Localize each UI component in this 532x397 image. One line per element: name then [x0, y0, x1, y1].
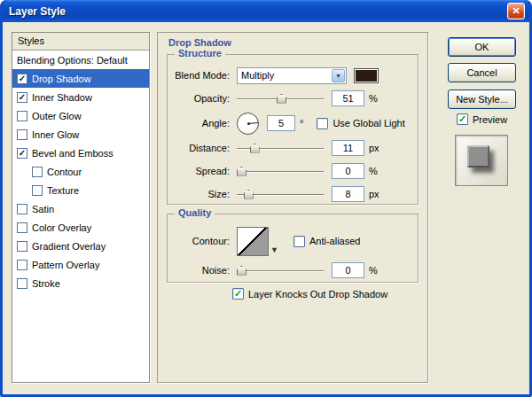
slider-thumb[interactable]: [237, 266, 246, 276]
contour-preview[interactable]: [237, 227, 269, 256]
style-enable-checkbox[interactable]: [17, 260, 27, 270]
style-label: Blending Options: Default: [17, 55, 128, 66]
chevron-down-icon[interactable]: ▼: [332, 69, 345, 82]
size-input[interactable]: 8: [332, 186, 364, 202]
window-title: Layer Style: [9, 5, 507, 18]
styles-list-item-satin[interactable]: Satin: [12, 199, 149, 218]
size-row: Size: 8 px: [173, 183, 412, 206]
style-enable-checkbox[interactable]: [17, 278, 27, 289]
spread-slider[interactable]: [237, 166, 324, 177]
slider-track[interactable]: [237, 270, 324, 272]
slider-thumb[interactable]: [237, 167, 246, 176]
noise-label: Noise:: [173, 265, 230, 276]
style-enable-checkbox[interactable]: ✓: [17, 92, 27, 103]
style-label: Stroke: [32, 278, 60, 289]
styles-list-item-stroke[interactable]: Stroke: [12, 274, 149, 292]
styles-list-item-blending-options-default[interactable]: Blending Options: Default: [12, 51, 149, 69]
slider-thumb[interactable]: [244, 190, 254, 199]
style-enable-checkbox[interactable]: [17, 222, 27, 233]
styles-list-item-bevel-and-emboss[interactable]: ✓Bevel and Emboss: [12, 144, 149, 162]
style-enable-checkbox[interactable]: ✓: [17, 148, 27, 159]
style-enable-checkbox[interactable]: [17, 241, 27, 252]
size-label: Size:: [173, 189, 230, 199]
preview-thumbnail: [455, 135, 508, 186]
angle-unit: °: [300, 118, 303, 128]
opacity-unit: %: [369, 93, 378, 104]
panel-title: Drop Shadow: [168, 37, 231, 48]
styles-list-item-inner-shadow[interactable]: ✓Inner Shadow: [12, 88, 149, 106]
angle-dial[interactable]: [237, 113, 259, 135]
distance-label: Distance:: [173, 143, 230, 153]
anti-aliased-label: Anti-aliased: [309, 236, 360, 246]
dialog-body: Styles Blending Options: Default✓Drop Sh…: [3, 22, 529, 394]
size-slider[interactable]: [237, 189, 324, 200]
styles-list-item-texture[interactable]: Texture: [12, 181, 149, 199]
styles-list-item-outer-glow[interactable]: Outer Glow: [12, 106, 149, 125]
anti-aliased-checkbox[interactable]: [293, 236, 305, 247]
spread-label: Spread:: [173, 166, 230, 176]
quality-group: Quality Contour: ▼ Anti-aliased Noise:: [167, 214, 419, 283]
shadow-color-swatch[interactable]: [354, 68, 379, 83]
knockout-row: ✓ Layer Knocks Out Drop Shadow: [232, 288, 387, 300]
style-enable-checkbox[interactable]: [32, 185, 43, 196]
style-enable-checkbox[interactable]: [17, 204, 27, 214]
style-enable-checkbox[interactable]: ✓: [17, 74, 27, 84]
style-label: Inner Shadow: [32, 92, 92, 103]
contour-picker-button[interactable]: ▼: [269, 227, 280, 256]
opacity-input[interactable]: 51: [332, 90, 364, 106]
styles-list-item-drop-shadow[interactable]: ✓Drop Shadow: [12, 69, 149, 88]
styles-list-item-color-overlay[interactable]: Color Overlay: [12, 218, 149, 237]
style-label: Contour: [47, 167, 82, 177]
ok-button[interactable]: OK: [448, 37, 516, 57]
style-label: Texture: [47, 185, 79, 196]
style-label: Gradient Overlay: [32, 241, 106, 252]
style-enable-checkbox[interactable]: [17, 129, 27, 140]
style-enable-checkbox[interactable]: [32, 167, 43, 177]
noise-input[interactable]: 0: [332, 262, 364, 278]
preview-shadow-square: [467, 145, 489, 167]
slider-thumb[interactable]: [277, 94, 286, 104]
distance-input[interactable]: 11: [332, 140, 364, 156]
layer-knocks-out-label: Layer Knocks Out Drop Shadow: [248, 289, 387, 300]
cancel-button[interactable]: Cancel: [448, 63, 516, 82]
close-button[interactable]: ✕: [507, 3, 525, 19]
chevron-down-icon: ▼: [270, 245, 278, 254]
blend-mode-select[interactable]: Multiply ▼: [237, 67, 347, 84]
layer-style-dialog: Layer Style ✕ Styles Blending Options: D…: [0, 0, 532, 397]
use-global-light-checkbox[interactable]: [317, 118, 328, 129]
new-style-button[interactable]: New Style...: [448, 90, 516, 109]
preview-label: Preview: [473, 114, 507, 125]
size-unit: px: [369, 189, 379, 199]
spread-input[interactable]: 0: [332, 163, 364, 179]
styles-list-item-contour[interactable]: Contour: [12, 162, 149, 181]
angle-input[interactable]: 5: [267, 115, 295, 131]
close-icon: ✕: [512, 5, 520, 16]
quality-group-title: Quality: [175, 207, 215, 218]
layer-knocks-out-checkbox[interactable]: ✓: [232, 288, 244, 300]
style-enable-checkbox[interactable]: [17, 111, 27, 121]
slider-track[interactable]: [237, 171, 324, 173]
use-global-light-label: Use Global Light: [332, 118, 404, 128]
preview-checkbox[interactable]: ✓: [457, 113, 468, 125]
drop-shadow-panel: Drop Shadow Structure Blend Mode: Multip…: [157, 32, 428, 383]
angle-label: Angle:: [173, 118, 230, 128]
styles-list: Styles Blending Options: Default✓Drop Sh…: [12, 32, 150, 383]
noise-slider[interactable]: [237, 265, 324, 276]
styles-list-item-pattern-overlay[interactable]: Pattern Overlay: [12, 255, 149, 274]
distance-unit: px: [369, 143, 379, 153]
angle-row: Angle: 5 ° Use Global Light: [173, 110, 412, 136]
styles-list-item-inner-glow[interactable]: Inner Glow: [12, 125, 149, 144]
style-label: Outer Glow: [32, 111, 82, 121]
style-label: Color Overlay: [32, 222, 91, 233]
styles-list-item-gradient-overlay[interactable]: Gradient Overlay: [12, 237, 149, 255]
opacity-slider[interactable]: [237, 93, 324, 105]
blend-mode-row: Blend Mode: Multiply ▼: [173, 64, 412, 87]
slider-thumb[interactable]: [250, 144, 260, 153]
blend-mode-value: Multiply: [241, 70, 274, 81]
spread-unit: %: [369, 166, 378, 176]
title-bar[interactable]: Layer Style ✕: [3, 0, 529, 22]
distance-slider[interactable]: [237, 143, 324, 154]
style-label: Satin: [32, 204, 54, 214]
structure-group-title: Structure: [175, 48, 225, 58]
style-label: Inner Glow: [32, 129, 79, 140]
